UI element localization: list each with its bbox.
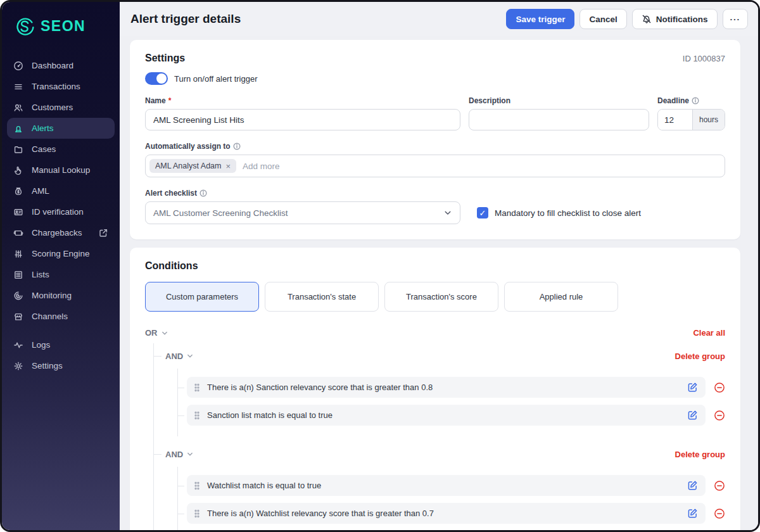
sidebar-item-manual-lookup[interactable]: Manual Lookup [7,160,115,180]
root-operator-select[interactable]: OR [145,328,168,338]
save-trigger-button[interactable]: Save trigger [506,9,574,29]
chevron-down-icon [161,329,168,337]
edit-icon [687,382,698,393]
assign-input[interactable]: AML Analyst Adam × [145,155,725,177]
edit-icon [687,410,698,421]
description-input[interactable] [469,109,649,130]
drag-handle-icon[interactable] [194,509,200,518]
notifications-button[interactable]: Notifications [632,9,718,29]
required-asterisk: * [168,96,172,105]
minus-circle-icon [714,480,725,491]
condition-rule: There is a(n) Sanction relevancy score t… [178,377,725,398]
name-label: Name * [145,96,460,105]
group-operator-label: AND [165,352,183,361]
group-operator-select[interactable]: AND [165,352,194,361]
tab-transactions-score[interactable]: Transaction's score [384,282,498,312]
ellipsis-icon: ··· [730,15,741,24]
rule-text: There is a(n) Watchlist relevancy score … [207,509,680,518]
gear-icon [13,361,23,371]
sidebar-item-cases[interactable]: Cases [7,139,115,160]
sidebar-item-transactions[interactable]: Transactions [7,76,115,97]
delete-group-button[interactable]: Delete group [675,450,725,459]
cancel-button[interactable]: Cancel [580,9,626,29]
remove-rule-button[interactable] [714,480,725,491]
external-link-icon [98,228,108,238]
sidebar-item-alerts[interactable]: Alerts [7,118,115,139]
sidebar-item-lists[interactable]: Lists [7,264,115,285]
sidebar-item-scoring-engine[interactable]: Scoring Engine [7,243,115,264]
sidebar-item-customers[interactable]: Customers [7,97,115,118]
sidebar-item-monitoring[interactable]: Monitoring [7,285,115,306]
mandatory-checklist-checkbox[interactable] [477,207,488,218]
sidebar-item-dashboard[interactable]: Dashboard [7,55,115,76]
sidebar-item-label: Transactions [32,82,80,91]
sidebar-item-label: AML [32,186,49,196]
name-input[interactable] [145,109,460,130]
seon-logo[interactable]: SEON [15,16,115,36]
edit-rule-button[interactable] [687,480,698,491]
minus-circle-icon [714,410,725,421]
chip-remove-icon[interactable]: × [225,162,231,170]
condition-rule: Sanction list match is equal to true [178,405,725,426]
folder-icon [13,144,23,155]
remove-rule-button[interactable] [714,508,725,519]
tab-custom-parameters[interactable]: Custom parameters [145,282,259,312]
minus-circle-icon [714,508,725,519]
id-card-icon [13,207,23,217]
drag-handle-icon[interactable] [194,411,200,420]
alert-trigger-toggle[interactable] [145,72,168,85]
tab-applied-rule[interactable]: Applied rule [504,282,618,312]
settings-card: Settings ID 1000837 Turn on/off alert tr… [130,40,740,239]
sidebar-item-aml[interactable]: AML [7,180,115,201]
more-actions-button[interactable]: ··· [723,9,749,29]
sidebar-item-channels[interactable]: Channels [7,306,115,327]
tab-transactions-state[interactable]: Transaction's state [265,282,379,312]
sidebar-item-label: Manual Lookup [32,165,90,175]
app-window: SEON Dashboard Transactions Customers Al… [0,0,760,532]
sidebar-item-chargebacks[interactable]: Chargebacks [7,222,115,243]
assignee-chip-label: AML Analyst Adam [155,162,221,170]
remove-rule-button[interactable] [714,382,725,393]
sidebar-item-settings[interactable]: Settings [7,355,115,376]
sidebar-item-id-verification[interactable]: ID verification [7,201,115,222]
sidebar-item-label: Logs [32,340,50,350]
trigger-id: ID 1000837 [683,54,725,63]
sidebar: SEON Dashboard Transactions Customers Al… [2,2,120,530]
chevron-down-icon [186,450,194,458]
seon-logo-icon [15,16,35,36]
group-operator-select[interactable]: AND [165,450,194,459]
sidebar-item-label: Scoring Engine [32,249,90,258]
rows-icon [13,82,23,92]
bell-slash-icon [642,14,652,24]
sidebar-item-label: Chargebacks [32,228,82,238]
edit-rule-button[interactable] [687,382,698,393]
deadline-field: hours [657,109,725,130]
conditions-heading: Conditions [145,260,725,272]
clear-all-button[interactable]: Clear all [693,328,725,338]
main-area: Alert trigger details Save trigger Cance… [120,2,758,530]
drag-handle-icon[interactable] [194,383,200,392]
gauge-icon [13,61,23,71]
edit-rule-button[interactable] [687,508,698,519]
info-icon [233,142,241,150]
remove-rule-button[interactable] [714,410,725,421]
delete-group-button[interactable]: Delete group [675,352,725,361]
assignee-chip: AML Analyst Adam × [149,159,236,173]
hand-icon [13,165,23,175]
condition-group: AND Delete group There i [154,343,725,436]
users-icon [13,103,23,113]
sidebar-item-label: ID verification [32,207,84,217]
edit-rule-button[interactable] [687,410,698,421]
assign-add-more-input[interactable] [243,162,721,171]
chevron-down-icon [443,208,452,217]
condition-type-tabs: Custom parameters Transaction's state Tr… [145,282,725,312]
money-bag-icon [13,186,23,196]
checklist-select[interactable]: AML Customer Screening Checklist [145,201,460,224]
edit-icon [687,508,698,519]
card-arrows-icon [13,228,23,238]
sidebar-item-logs[interactable]: Logs [7,334,115,355]
deadline-input[interactable] [658,110,692,130]
toggle-label: Turn on/off alert trigger [174,74,258,84]
edit-icon [687,480,698,491]
drag-handle-icon[interactable] [194,481,200,490]
